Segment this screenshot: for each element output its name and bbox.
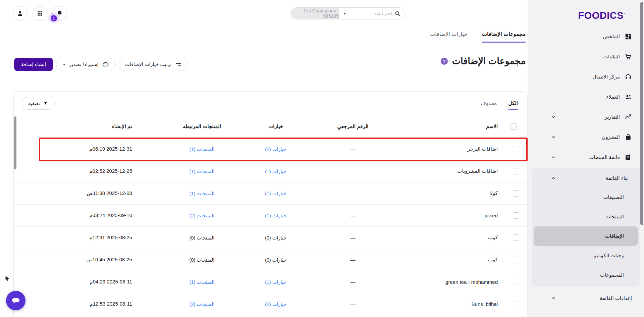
table-header-row: الاسم الرقم المرجعي خيارات المنتجات المر… — [14, 115, 527, 138]
import-export-label: إستيراد/ تصدير — [69, 62, 99, 67]
table-scrollbar-thumb[interactable] — [14, 116, 16, 169]
sort-icon — [175, 61, 182, 68]
sidebar: FOODICS· الملخص الطلبات مركز الاتصال الع… — [528, 0, 644, 317]
sidebar-item-reports[interactable]: التقارير — [528, 107, 644, 127]
search-icon — [394, 10, 401, 17]
page-scrollbar-thumb[interactable] — [640, 2, 643, 225]
column-linked-products: المنتجات المرتبطه — [162, 115, 242, 138]
row-checkbox[interactable] — [513, 279, 519, 285]
bag-icon — [625, 134, 632, 141]
addon-group-name: كوب — [488, 257, 498, 262]
import-export-button[interactable]: إستيراد/ تصدير ▼ — [56, 58, 116, 71]
products-link[interactable]: المنتجات (1) — [190, 147, 215, 152]
category-search-input[interactable]: اختر الفئة — [351, 8, 405, 19]
notification-badge: 1 — [51, 15, 57, 21]
row-checkbox[interactable] — [513, 212, 519, 219]
sidebar-item-call-center[interactable]: مركز الاتصال — [528, 67, 644, 87]
filter-label: تصفية — [28, 101, 40, 106]
chat-widget-button[interactable] — [6, 291, 25, 310]
sidebar-item-label: العملاء — [606, 94, 620, 100]
view-tab-all[interactable]: الكل — [508, 100, 518, 106]
sidebar-item-label: الملخص — [603, 34, 620, 40]
addon-group-name: كولا — [490, 190, 498, 196]
cart-icon — [625, 53, 632, 60]
options-link[interactable]: خيارات (1) — [265, 169, 286, 174]
row-checkbox[interactable] — [513, 234, 519, 241]
row-checkbox[interactable] — [513, 257, 519, 263]
sidebar-item-customers[interactable]: العملاء — [528, 87, 644, 107]
options-link[interactable]: خيارات (2) — [265, 147, 286, 152]
products-link[interactable]: المنتجات (1) — [190, 279, 215, 285]
products-link[interactable]: المنتجات (3) — [190, 302, 215, 307]
search-placeholder: اختر الفئة — [374, 11, 392, 16]
submenu-item-groups[interactable]: المجموعات — [532, 265, 640, 285]
sort-addon-options-button[interactable]: ترتيب خيارات الإضافات — [119, 58, 188, 71]
reference-value: — — [351, 191, 356, 196]
chat-bubble-icon — [11, 296, 21, 306]
created-date: 2025-12-08 11:38ص — [87, 190, 132, 196]
table-row[interactable]: اضافات المشروبات — خيارات (1) المنتجات (… — [14, 160, 527, 182]
addon-group-name: green tea - mohammed — [445, 279, 498, 285]
apps-grid-icon — [37, 10, 43, 17]
table-row[interactable]: green tea - mohammed — خيارات (1) المنتج… — [14, 271, 527, 293]
sidebar-item-menu-settings[interactable]: إعدادات القائمة — [528, 289, 644, 308]
products-link[interactable]: المنتجات (2) — [190, 213, 215, 218]
sidebar-item-summary[interactable]: الملخص — [528, 27, 644, 47]
created-date: 2025-12-31 06:19م — [89, 146, 132, 152]
table-row[interactable]: كوب — خيارات (0) المنتجات (0) 2025-08-25… — [14, 249, 527, 271]
table-row[interactable]: اضافات البرجر — خيارات (2) المنتجات (1) … — [14, 138, 527, 160]
tab-addon-options[interactable]: خيارات الإضافات — [430, 31, 467, 43]
sidebar-item-label: مركز الاتصال — [593, 74, 620, 80]
reference-value: — — [351, 168, 356, 174]
help-icon[interactable]: ? — [441, 58, 448, 65]
user-icon — [16, 10, 24, 17]
products-link[interactable]: المنتجات (1) — [190, 191, 215, 196]
addon-groups-table: الاسم الرقم المرجعي خيارات المنتجات المر… — [14, 115, 527, 317]
options-link[interactable]: خيارات (1) — [265, 279, 286, 285]
select-all-checkbox[interactable] — [510, 123, 517, 130]
options-link[interactable]: خيارات (1) — [265, 213, 286, 218]
sidebar-item-inventory[interactable]: المخزون — [528, 127, 644, 147]
options-link[interactable]: خيارات (1) — [265, 191, 286, 196]
apps-grid-button[interactable] — [33, 6, 47, 21]
products-link[interactable]: المنتجات (1) — [190, 169, 215, 174]
reference-value: — — [351, 257, 356, 263]
filter-button[interactable]: تصفية — [22, 97, 55, 110]
row-checkbox[interactable] — [513, 301, 519, 307]
submenu-item-menu-builder[interactable]: بناء القائمة — [532, 169, 640, 188]
row-checkbox[interactable] — [513, 146, 519, 152]
sidebar-item-menu[interactable]: قائمة المنتجات — [528, 147, 644, 167]
sidebar-item-orders[interactable]: الطلبات — [528, 47, 644, 67]
page-actions: إنشاء إضافة إستيراد/ تصدير ▼ ترتيب خيارا… — [14, 58, 188, 71]
create-addon-button[interactable]: إنشاء إضافة — [14, 58, 53, 71]
headset-icon — [625, 73, 632, 81]
row-checkbox[interactable] — [513, 168, 519, 174]
row-checkbox[interactable] — [513, 190, 519, 197]
app-root: 1 اختر الفئة ▼ Tea Champions - 985185 مج… — [0, 0, 644, 317]
table-row[interactable]: كوب — خيارات (0) المنتجات (0) 2025-08-25… — [14, 226, 527, 249]
submenu-item-addons[interactable]: الإضافات — [534, 226, 638, 246]
page-title: مجموعات الإضافات — [452, 56, 526, 66]
topbar-icons: 1 — [13, 6, 67, 21]
chevron-down-icon — [551, 296, 556, 301]
reference-value: — — [351, 235, 356, 241]
notifications-button[interactable]: 1 — [52, 6, 67, 21]
view-tab-deleted[interactable]: محذوف — [481, 100, 497, 106]
submenu-item-categories[interactable]: التصنيفات — [532, 188, 640, 207]
submenu-item-combo-meals[interactable]: وجبات الكومبو — [532, 246, 640, 265]
funnel-icon — [43, 101, 48, 106]
tab-addon-groups[interactable]: مجموعات الإضافات — [482, 31, 526, 43]
branch-selector[interactable]: Tea Champions - 985185 — [291, 8, 339, 19]
reference-value: — — [351, 301, 356, 307]
table-row[interactable]: Buns Ibtihal — خيارات (2) المنتجات (3) 2… — [14, 293, 527, 315]
branch-dropdown-caret[interactable]: ▼ — [339, 8, 351, 19]
user-menu-button[interactable] — [13, 6, 28, 21]
page-tabs: مجموعات الإضافات خيارات الإضافات — [430, 31, 526, 43]
table-row[interactable]: كولا — خيارات (1) المنتجات (1) 2025-12-0… — [14, 182, 527, 204]
column-options: خيارات — [242, 115, 309, 138]
column-reference: الرقم المرجعي — [309, 115, 396, 138]
submenu-item-products[interactable]: المنتجات — [532, 207, 640, 226]
foodics-logo: FOODICS· — [528, 10, 625, 21]
table-row[interactable]: juiced — خيارات (1) المنتجات (2) 2025-09… — [14, 204, 527, 226]
options-link[interactable]: خيارات (2) — [265, 302, 286, 307]
